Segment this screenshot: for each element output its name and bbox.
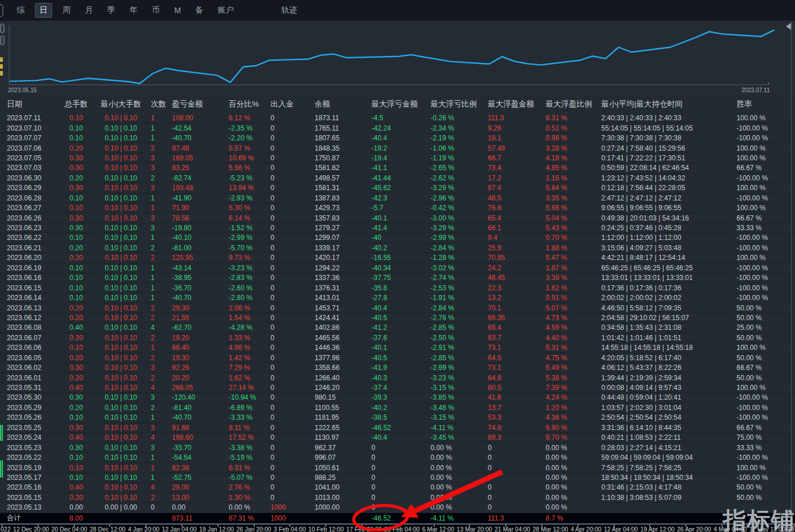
table-row[interactable]: 2023.05.190.100.10 | 0.10162.366.31 %010… <box>0 463 795 472</box>
cell-percent: -2.80 % <box>228 294 268 302</box>
cell-percent: -3.23 % <box>228 264 268 272</box>
table-row[interactable]: 2023.05.160.400.10 | 0.10428.002.76 %010… <box>0 483 795 492</box>
cell-max-float-loss-pct: -2.62 % <box>429 174 487 182</box>
toolbar-tab-8[interactable]: 备 <box>191 3 207 17</box>
table-row[interactable]: 2023.05.150.200.10 | 0.10213.001.30 %010… <box>0 493 795 503</box>
toolbar-tab-9[interactable]: 账户 <box>214 3 238 17</box>
cell-percent: 5.56 % <box>228 164 268 172</box>
cell-holding-time: 7:30:38 | 7:30:38 | 7:30:38 <box>600 134 735 142</box>
left-scrollbar-fragment[interactable] <box>0 36 5 45</box>
cell-percent: 9.73 % <box>228 254 268 262</box>
cell-max-float-profit-pct: 6.31 % <box>545 114 600 122</box>
cell-max-float-loss-pct: -1.19 % <box>429 154 487 162</box>
cell-balance: 1453.71 <box>314 304 370 312</box>
table-row[interactable]: 2023.06.130.200.10 | 0.10229.302.06 %014… <box>0 303 795 313</box>
toolbar-tab-0[interactable]: 综 <box>13 3 29 17</box>
table-row[interactable]: 2023.07.030.300.10 | 0.10383.255.56 %015… <box>0 163 795 173</box>
cell-minmax-lots: 0.10 | 0.10 <box>94 144 148 152</box>
cell-percent: -5.07 % <box>228 474 268 482</box>
table-row[interactable]: 2023.06.230.300.10 | 0.103-19.80-1.52 %0… <box>0 223 795 233</box>
table-row[interactable]: 2023.05.130.000.00 | 0.0000.000.00 %1000… <box>0 503 795 513</box>
table-row[interactable]: 2023.05.170.100.10 | 0.101-52.75-5.07 %0… <box>0 473 795 483</box>
table-row[interactable]: 2023.05.230.300.10 | 0.103-33.70-3.38 %0… <box>0 443 795 452</box>
table-row[interactable]: 2023.06.300.200.10 | 0.102-82.74-5.23 %0… <box>0 174 795 183</box>
toolbar-tab-4[interactable]: 季 <box>103 3 119 17</box>
table-row[interactable]: 2023.06.140.100.10 | 0.101-40.70-2.80 %0… <box>0 293 795 303</box>
cell-max-float-profit: 0 <box>487 503 545 511</box>
cell-win-rate: -100.00 % <box>735 284 795 292</box>
cell-max-float-profit: 66.35 <box>487 314 545 322</box>
table-row[interactable]: 2023.07.100.100.10 | 0.101-42.54-2.35 %0… <box>0 123 795 133</box>
table-row[interactable]: 2023.05.310.400.10 | 0.104266.0527.14 %0… <box>0 383 795 393</box>
cell-max-float-loss-pct: -3.45 % <box>429 434 487 442</box>
left-edge-green-marker <box>0 425 3 441</box>
cell-total-lots: 0.10 <box>58 234 94 242</box>
cell-max-float-loss: 0 <box>370 474 429 482</box>
cell-max-float-profit: 46.5 <box>487 194 545 202</box>
toolbar-tab-7[interactable]: M <box>170 4 185 17</box>
table-row[interactable]: 2023.07.050.300.10 | 0.103169.0510.69 %0… <box>0 153 795 163</box>
table-row[interactable]: 2023.06.280.100.10 | 0.101-41.90-2.93 %0… <box>0 194 795 203</box>
cell-pnl: 68.40 <box>171 344 228 352</box>
toolbar-tab-5[interactable]: 年 <box>126 3 142 17</box>
table-row[interactable]: 2023.05.260.100.10 | 0.101-40.70-3.33 %0… <box>0 413 795 423</box>
cell-percent: 1.54 % <box>228 314 268 322</box>
table-row[interactable]: 2023.07.060.200.10 | 0.10297.485.57 %018… <box>0 143 795 153</box>
table-row[interactable]: 2023.06.220.100.10 | 0.101-40.10-2.99 %0… <box>0 233 795 243</box>
toolbar-tab-3[interactable]: 月 <box>81 3 97 17</box>
cell-win-rate: -100.00 % <box>735 454 795 462</box>
cell-count: 4 <box>148 324 171 332</box>
cell-pnl: -62.70 <box>171 324 228 332</box>
table-row[interactable]: 2023.07.110.100.10 | 0.101108.006.12 %01… <box>0 113 795 123</box>
scroll-left-arrow-icon[interactable] <box>786 23 791 30</box>
table-row[interactable]: 2023.06.060.100.10 | 0.10168.404.96 %014… <box>0 343 795 353</box>
table-row[interactable]: 2023.06.120.200.10 | 0.10221.551.54 %014… <box>0 313 795 323</box>
table-row[interactable]: 2023.06.270.100.10 | 0.10171.905.30 %014… <box>0 203 795 213</box>
cell-minmax-lots: 0.10 | 0.10 <box>94 194 148 202</box>
axis-label: 10 Feb 12:00 <box>308 526 344 532</box>
table-row[interactable]: 2023.07.070.100.10 | 0.101-40.70-2.20 %0… <box>0 133 795 143</box>
cell-minmax-lots: 0.10 | 0.10 <box>94 314 148 322</box>
toolbar-tab-1[interactable]: 日 <box>35 3 52 18</box>
cell-holding-time: 13:33:01 | 13:33:01 | 13:33:01 <box>600 274 735 282</box>
cell-count: 2 <box>148 314 171 322</box>
table-row[interactable]: 2023.06.080.400.10 | 0.104-62.70-4.28 %0… <box>0 323 795 333</box>
table-row[interactable]: 2023.06.020.300.10 | 0.10392.267.29 %013… <box>0 363 795 373</box>
table-row[interactable]: 2023.06.050.200.10 | 0.10219.301.42 %013… <box>0 353 795 363</box>
cell-minmax-lots: 0.10 | 0.10 <box>94 464 148 472</box>
table-row[interactable]: 2023.06.190.100.10 | 0.101-43.14-3.23 %0… <box>0 263 795 273</box>
table-row[interactable]: 2023.05.220.100.10 | 0.101-54.54-5.19 %0… <box>0 453 795 463</box>
table-row[interactable]: 2023.05.240.400.10 | 0.104168.6017.52 %0… <box>0 433 795 443</box>
toolbar-tab-2[interactable]: 周 <box>58 3 75 17</box>
cell-max-float-profit: 111.3 <box>487 114 545 122</box>
table-row[interactable]: 2023.06.160.100.10 | 0.101-38.95-2.83 %0… <box>0 273 795 283</box>
table-row[interactable]: 2023.06.150.100.10 | 0.101-36.70-2.60 %0… <box>0 283 795 293</box>
table-row[interactable]: 2023.06.200.200.10 | 0.102125.959.73 %01… <box>0 253 795 263</box>
cell-win-rate: 50.00 % <box>735 483 795 491</box>
table-row[interactable]: 2023.05.290.200.10 | 0.102-81.40-6.89 %0… <box>0 403 795 413</box>
cell-max-float-profit: 41.6 <box>487 393 545 401</box>
cell-inout: 0 <box>268 483 314 491</box>
table-row[interactable]: 2023.05.250.300.10 | 0.10391.688.11 %012… <box>0 423 795 433</box>
cell-date: 2023.06.23 <box>0 224 58 232</box>
table-row[interactable]: 2023.06.010.200.10 | 0.10220.201.62 %012… <box>0 373 795 383</box>
table-row[interactable]: 2023.06.290.300.10 | 0.103193.4813.94 %0… <box>0 183 795 193</box>
cell-max-float-profit: 76.8 <box>487 204 545 212</box>
cell-max-float-profit: 13.7 <box>487 404 545 412</box>
cell-pnl: -36.70 <box>171 284 228 292</box>
cell-minmax-lots: 0.10 | 0.10 <box>94 174 148 182</box>
total-cell-max-float-profit-pct: 8.7 % <box>545 514 600 522</box>
cell-max-float-loss-pct: -3.00 % <box>429 214 487 222</box>
table-row[interactable]: 2023.06.070.200.10 | 0.10219.201.33 %014… <box>0 333 795 343</box>
toolbar-tab-6[interactable]: 币 <box>148 3 164 17</box>
cell-balance: 1041.00 <box>314 483 370 491</box>
cell-date: 2023.05.31 <box>0 384 58 392</box>
cell-max-float-profit: 73.4 <box>487 164 545 172</box>
toolbar-tab-10[interactable]: 轨迹 <box>277 3 301 17</box>
cell-max-float-loss: -16.55 <box>370 254 429 262</box>
table-row[interactable]: 2023.05.300.300.10 | 0.103-120.40-10.94 … <box>0 393 795 403</box>
table-row[interactable]: 2023.06.260.300.10 | 0.10378.566.14 %013… <box>0 213 795 223</box>
left-scrollbar-fragment[interactable] <box>0 23 5 33</box>
cell-inout: 0 <box>268 464 314 472</box>
table-row[interactable]: 2023.06.210.200.10 | 0.102-81.00-5.70 %0… <box>0 243 795 253</box>
